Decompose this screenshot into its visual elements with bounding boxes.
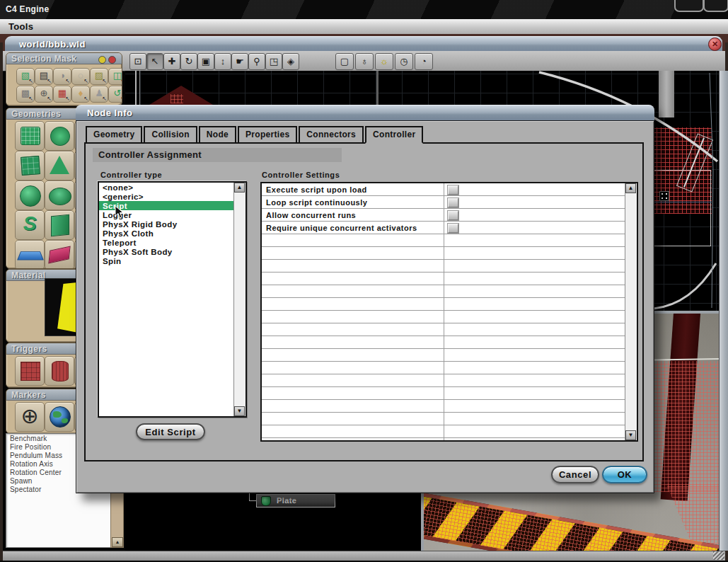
window-control-button-right[interactable] bbox=[703, 0, 728, 12]
zoom-tool-icon[interactable]: ⚲ bbox=[248, 53, 265, 70]
controller-type-option[interactable]: <generic> bbox=[99, 192, 245, 201]
plate-tool-button[interactable] bbox=[15, 121, 45, 151]
scale-tool-icon[interactable]: ↕ bbox=[214, 53, 231, 70]
viewport-scrollbar[interactable] bbox=[719, 71, 728, 551]
pyramid-tool-button[interactable] bbox=[45, 151, 74, 180]
cursor-badge-icon: ↖ bbox=[120, 79, 122, 84]
light-mask-button[interactable]: ◑↖ bbox=[53, 68, 71, 85]
dome-tool-button[interactable] bbox=[45, 180, 74, 210]
extrusion-shape bbox=[51, 214, 69, 237]
app-title: C4 Engine bbox=[6, 4, 49, 14]
editor-window-titlebar[interactable]: world/bbb.wld bbox=[5, 36, 722, 52]
window-control-button-left[interactable] bbox=[674, 0, 704, 12]
tab-geometry[interactable]: Geometry bbox=[86, 126, 142, 144]
minimize-icon[interactable] bbox=[98, 56, 106, 64]
controller-type-option[interactable]: <none> bbox=[99, 183, 245, 192]
blue-quad-tool-button[interactable] bbox=[15, 240, 45, 269]
sphere-shape bbox=[20, 185, 41, 207]
editor-window-title: world/bbb.wld bbox=[19, 39, 86, 50]
instance-mask-button[interactable]: ▤↖ bbox=[35, 68, 53, 85]
lighting-tool-icon[interactable]: ☼ bbox=[375, 53, 393, 70]
wireframe-view-tool-icon[interactable]: ▢ bbox=[335, 53, 354, 70]
resize-tool-icon[interactable]: ▣ bbox=[197, 53, 214, 70]
scroll-up-icon[interactable]: ▲ bbox=[234, 183, 245, 193]
ok-button[interactable]: OK bbox=[602, 466, 647, 483]
scroll-up-icon[interactable]: ▲ bbox=[112, 537, 123, 547]
scene-tree-node[interactable]: Plate bbox=[256, 494, 335, 507]
cylinder-trigger-button[interactable] bbox=[45, 356, 74, 386]
zoom-box-tool-icon[interactable]: ◳ bbox=[265, 53, 282, 70]
settings-row: Execute script upon load bbox=[262, 183, 623, 196]
setting-checkbox[interactable] bbox=[448, 211, 458, 220]
sphere-tool-button[interactable] bbox=[15, 180, 45, 210]
controller-type-option[interactable]: PhysX Cloth bbox=[99, 229, 245, 238]
app-titlebar: C4 Engine bbox=[0, 0, 728, 19]
zone-mask-button[interactable]: ▨↖ bbox=[90, 68, 108, 85]
cursor-badge-icon: ↖ bbox=[28, 96, 33, 102]
portal-mask-button[interactable]: ◫↖ bbox=[108, 68, 122, 85]
setting-checkbox[interactable] bbox=[448, 198, 458, 207]
resize-grip[interactable] bbox=[713, 551, 724, 560]
box-tool-button[interactable] bbox=[15, 151, 45, 180]
close-palette-icon[interactable] bbox=[108, 56, 116, 64]
rotate-tool-icon[interactable]: ↻ bbox=[180, 53, 197, 70]
setting-checkbox[interactable] bbox=[448, 224, 458, 233]
scroll-down-icon[interactable]: ▼ bbox=[625, 430, 636, 440]
controller-type-option[interactable]: Teleport bbox=[99, 238, 245, 247]
close-icon[interactable]: ✕ bbox=[708, 38, 722, 51]
stopwatch-tool-icon[interactable]: ◔ bbox=[415, 53, 433, 70]
dialog-titlebar[interactable]: Node Info bbox=[76, 105, 654, 121]
settings-row: Loop script continuously bbox=[262, 196, 623, 209]
tab-controller[interactable]: Controller bbox=[365, 126, 423, 144]
tab-bar: Geometry Collision Node Properties Conne… bbox=[86, 126, 423, 142]
world-axes-tool-icon[interactable]: ♁ bbox=[355, 53, 374, 70]
disk-shape bbox=[50, 127, 70, 146]
tools-menu[interactable]: Tools bbox=[8, 21, 33, 32]
time-tool-icon[interactable]: ◷ bbox=[395, 53, 413, 70]
node-info-dialog: Node Info Geometry Collision Node Proper… bbox=[76, 105, 654, 493]
red-quad-tool-button[interactable] bbox=[45, 240, 74, 269]
controller-type-option[interactable]: Spin bbox=[99, 256, 245, 265]
crosshair-icon: ⊕ bbox=[16, 403, 44, 430]
tube-tool-button[interactable]: S bbox=[15, 210, 45, 240]
box-trigger-button[interactable] bbox=[15, 356, 45, 386]
connection-marker-button[interactable] bbox=[45, 402, 74, 432]
geometry-node-icon bbox=[261, 496, 271, 506]
trigger-mask-button[interactable]: ▩↖ bbox=[16, 86, 35, 103]
pan-tool-icon[interactable]: ☛ bbox=[231, 53, 248, 70]
controller-type-option[interactable]: PhysX Rigid Body bbox=[99, 219, 245, 229]
geometry-mask-button[interactable]: ▧↖ bbox=[16, 68, 35, 85]
marquee-select-tool-icon[interactable]: ⊡ bbox=[129, 53, 146, 70]
setting-checkbox[interactable] bbox=[448, 185, 458, 195]
skybox-mask-button[interactable]: ↺↖ bbox=[108, 86, 122, 103]
tab-properties[interactable]: Properties bbox=[238, 126, 297, 144]
controller-type-option[interactable]: PhysX Soft Body bbox=[99, 247, 245, 256]
locator-marker-button[interactable]: ⊕ bbox=[15, 402, 45, 432]
disk-tool-button[interactable] bbox=[45, 121, 74, 151]
tube-shape: S bbox=[16, 212, 44, 236]
marker-mask-button[interactable]: ⊕↖ bbox=[35, 86, 53, 103]
plate-shape bbox=[21, 127, 40, 145]
scroll-up-icon[interactable]: ▲ bbox=[625, 183, 636, 193]
move-tool-icon[interactable]: ✚ bbox=[163, 53, 180, 70]
focus-tool-icon[interactable]: ◈ bbox=[282, 53, 299, 70]
model-mask-button[interactable]: ♟↖ bbox=[90, 86, 108, 103]
physics-mask-button[interactable]: ▦↖ bbox=[53, 86, 71, 103]
controller-type-list[interactable]: <none> <generic> Script Logger PhysX Rig… bbox=[98, 181, 247, 418]
source-mask-button[interactable]: ◌↖ bbox=[71, 68, 90, 85]
tab-connectors[interactable]: Connectors bbox=[299, 126, 364, 144]
pane-divider[interactable] bbox=[654, 311, 719, 314]
tab-node[interactable]: Node bbox=[199, 126, 236, 144]
controller-type-label: Controller type bbox=[100, 171, 162, 179]
cancel-button[interactable]: Cancel bbox=[551, 466, 599, 483]
controller-list-scrollbar[interactable]: ▲ ▼ bbox=[233, 183, 245, 416]
globe-land-shape bbox=[53, 411, 62, 418]
scroll-down-icon[interactable]: ▼ bbox=[234, 406, 245, 416]
effect-mask-button[interactable]: ♦↖ bbox=[71, 86, 90, 103]
settings-scrollbar[interactable]: ▲ ▼ bbox=[625, 183, 637, 440]
edit-script-button[interactable]: Edit Script bbox=[136, 423, 205, 440]
select-tool-icon[interactable]: ↖ bbox=[146, 53, 163, 70]
tab-collision[interactable]: Collision bbox=[144, 126, 197, 144]
section-header: Controller Assignment bbox=[93, 148, 342, 162]
extrusion-tool-button[interactable] bbox=[45, 210, 74, 240]
